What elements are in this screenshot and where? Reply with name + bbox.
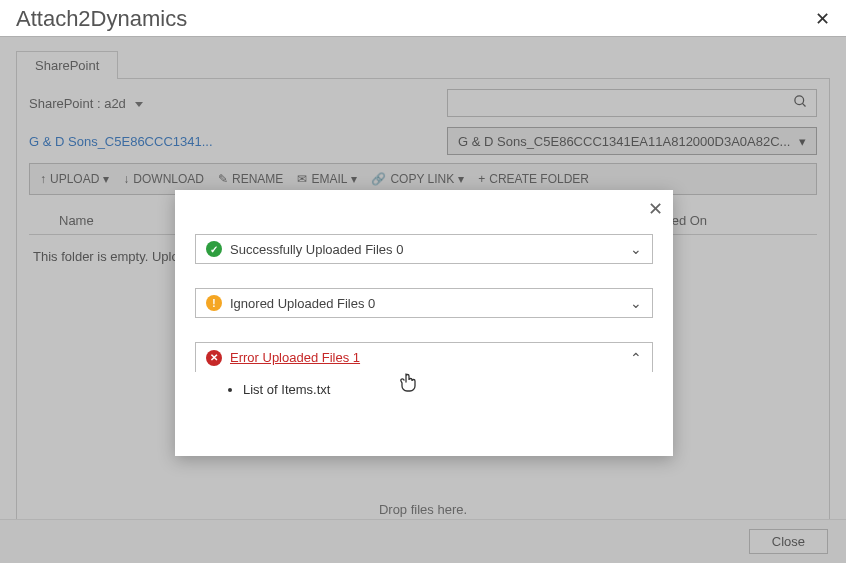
check-icon: ✓: [206, 241, 222, 257]
error-file-item: List of Items.txt: [243, 382, 653, 397]
accordion-ignored[interactable]: ! Ignored Uploaded Files 0 ⌄: [195, 288, 653, 318]
accordion-error[interactable]: ✕ Error Uploaded Files 1 ⌃: [195, 342, 653, 372]
modal-close-icon[interactable]: ✕: [648, 198, 663, 220]
modal-body: ✓ Successfully Uploaded Files 0 ⌄ ! Igno…: [175, 190, 673, 411]
warning-icon: !: [206, 295, 222, 311]
close-icon[interactable]: ✕: [815, 8, 830, 30]
chevron-down-icon: ⌄: [630, 241, 642, 257]
accordion-ignored-label: Ignored Uploaded Files 0: [230, 296, 375, 311]
cursor-pointer-icon: [400, 372, 418, 395]
app-title: Attach2Dynamics: [16, 6, 187, 32]
chevron-up-icon: ⌃: [630, 350, 642, 366]
accordion-success-label: Successfully Uploaded Files 0: [230, 242, 403, 257]
chevron-down-icon: ⌄: [630, 295, 642, 311]
window-header: Attach2Dynamics ✕: [0, 0, 846, 37]
accordion-error-content: List of Items.txt: [195, 382, 653, 401]
accordion-success[interactable]: ✓ Successfully Uploaded Files 0 ⌄: [195, 234, 653, 264]
error-icon: ✕: [206, 350, 222, 366]
upload-result-modal: ✕ ✓ Successfully Uploaded Files 0 ⌄ ! Ig…: [175, 190, 673, 456]
accordion-error-label: Error Uploaded Files 1: [230, 350, 360, 365]
